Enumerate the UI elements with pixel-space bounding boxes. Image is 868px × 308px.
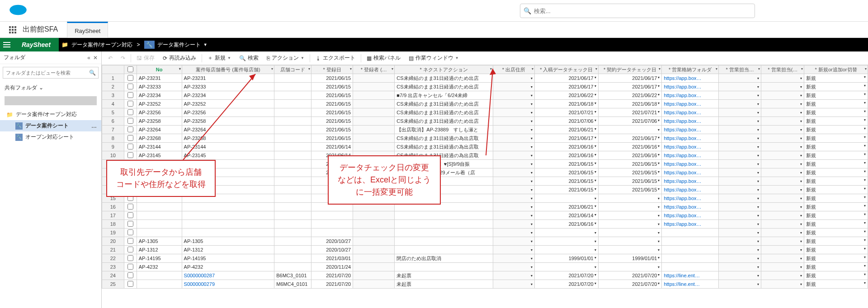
sidebar-item-open-sheet[interactable]: 🔧 オープン対応シート xyxy=(0,131,101,143)
cell-dropdown-icon[interactable]: ▾ xyxy=(800,274,802,278)
cell-folder[interactable]: https://app.box… xyxy=(662,194,718,203)
row-checkbox-cell[interactable] xyxy=(124,143,137,151)
cell-dropdown-icon[interactable]: ▾ xyxy=(757,111,759,115)
cell-folder[interactable]: https://app.box… xyxy=(662,168,718,177)
cell-dropdown-icon[interactable]: ▾ xyxy=(658,153,660,157)
cell-dropdown-icon[interactable]: ▾ xyxy=(800,171,802,175)
cell-no[interactable] xyxy=(137,211,182,220)
cell-dropdown-icon[interactable]: ▾ xyxy=(658,101,660,105)
cell-dropdown-icon[interactable]: ▾ xyxy=(864,84,866,88)
cell-dropdown-icon[interactable]: ▾ xyxy=(531,231,533,235)
cell-reg-by[interactable] xyxy=(353,117,395,126)
cell-dropdown-icon[interactable]: ▾ xyxy=(531,257,533,261)
cell-dropdown-icon[interactable]: ▾ xyxy=(757,265,759,269)
cell-dropdown-icon[interactable]: ▾ xyxy=(594,204,596,208)
cell-person2[interactable]: ▾ xyxy=(761,74,804,83)
cell-person2[interactable]: ▾ xyxy=(761,237,804,246)
cell-case-no[interactable] xyxy=(182,220,274,229)
cell-person2[interactable]: ▾ xyxy=(761,83,804,91)
cell-person[interactable]: ▾ xyxy=(718,246,761,254)
cell-reg-date[interactable]: 2021/06/15 xyxy=(311,74,353,83)
cell-check2[interactable]: ▾ xyxy=(598,211,662,220)
filter-icon[interactable]: ▾ xyxy=(801,67,803,71)
cell-person2[interactable]: ▾ xyxy=(761,100,804,108)
cell-folder[interactable]: https://app.box… xyxy=(662,160,718,168)
cell-shop-code[interactable] xyxy=(274,246,311,254)
cell-dropdown-icon[interactable]: ▾ xyxy=(658,222,660,226)
header-person[interactable]: * 営業担当…▾ xyxy=(718,65,761,74)
sidebar-item-data-case[interactable]: 📁 データ案件/オープン対応 xyxy=(0,109,101,120)
table-row[interactable]: 13▾2021/06/15▾2021/06/15▾https://app.box… xyxy=(102,177,868,186)
cell-person[interactable]: ▾ xyxy=(718,177,761,186)
row-number[interactable]: 5 xyxy=(102,108,124,117)
cell-dropdown-icon[interactable]: ▾ xyxy=(800,145,802,149)
cell-shop-code[interactable] xyxy=(274,91,311,100)
cell-check1[interactable]: 2021/06/21▾ xyxy=(534,126,598,134)
box-link[interactable]: https://app.box… xyxy=(664,135,701,141)
cell-dropdown-icon[interactable]: ▾ xyxy=(757,257,759,261)
cell-person2[interactable]: ▾ xyxy=(761,246,804,254)
more-icon[interactable]: … xyxy=(91,123,97,129)
cell-dropdown-icon[interactable]: ▾ xyxy=(594,273,596,277)
row-number[interactable]: 7 xyxy=(102,126,124,134)
row-checkbox-cell[interactable] xyxy=(124,211,137,220)
cell-check1[interactable]: 2021/06/21▾ xyxy=(534,203,598,211)
cell-new-add[interactable]: 新規▾ xyxy=(804,126,868,134)
cell-person[interactable]: ▾ xyxy=(718,229,761,237)
cell-addr[interactable]: ▾ xyxy=(493,246,534,254)
row-checkbox[interactable] xyxy=(127,118,133,124)
cell-folder[interactable]: https://app.box… xyxy=(662,143,718,151)
cell-check1[interactable]: ▾ xyxy=(534,229,598,237)
cell-folder[interactable]: https://app.box… xyxy=(662,83,718,91)
cell-check2[interactable]: 2021/06/15▾ xyxy=(598,177,662,186)
cell-person2[interactable]: ▾ xyxy=(761,168,804,177)
cell-no[interactable]: AP-4232 xyxy=(137,263,182,271)
cell-folder[interactable]: https://line.ent… xyxy=(662,271,718,280)
cell-dropdown-icon[interactable]: ▾ xyxy=(658,265,660,269)
cell-reg-date[interactable] xyxy=(311,229,353,237)
cell-reg-date[interactable]: 2021/07/20 xyxy=(311,280,353,289)
cell-addr[interactable]: ▾ xyxy=(493,263,534,271)
cell-check2[interactable]: 2021/06/16▾ xyxy=(598,143,662,151)
row-checkbox[interactable] xyxy=(127,126,133,132)
cell-no[interactable] xyxy=(137,280,182,289)
cell-shop-code[interactable] xyxy=(274,254,311,263)
box-link[interactable]: https://app.box… xyxy=(664,170,701,175)
cell-dropdown-icon[interactable]: ▾ xyxy=(800,257,802,261)
cell-dropdown-icon[interactable]: ▾ xyxy=(757,214,759,218)
cell-person[interactable]: ▾ xyxy=(718,194,761,203)
cell-check2[interactable]: 2021/06/16▾ xyxy=(598,151,662,160)
cell-dropdown-icon[interactable]: ▾ xyxy=(757,154,759,158)
cell-reg-by[interactable] xyxy=(353,134,395,143)
row-checkbox[interactable] xyxy=(127,272,133,278)
table-row[interactable]: 12AP-23151AP-231512021/06/14【出店取消】♥[S]9/… xyxy=(102,168,868,177)
box-link[interactable]: https://app.box… xyxy=(664,161,701,167)
cell-addr[interactable]: ▾ xyxy=(493,168,534,177)
cell-check1[interactable]: 2021/06/16▾ xyxy=(534,143,598,151)
cell-dropdown-icon[interactable]: ▾ xyxy=(864,144,866,148)
cell-folder[interactable] xyxy=(662,237,718,246)
cell-check2[interactable]: ▾ xyxy=(598,263,662,271)
cell-dropdown-icon[interactable]: ▾ xyxy=(658,256,660,260)
cell-case-no[interactable]: AP-1305 xyxy=(182,237,274,246)
cell-reg-date[interactable]: 2021/06/15 xyxy=(311,100,353,108)
cell-check1[interactable]: 2021/06/15▾ xyxy=(534,160,598,168)
cell-person[interactable]: ▾ xyxy=(718,100,761,108)
cell-person2[interactable]: ▾ xyxy=(761,254,804,263)
cell-reg-by[interactable] xyxy=(353,263,395,271)
cell-reg-date[interactable]: 2021/06/15 xyxy=(311,117,353,126)
cell-case-no[interactable] xyxy=(182,229,274,237)
cell-next-action[interactable] xyxy=(395,220,493,229)
cell-new-add[interactable]: 新規▾ xyxy=(804,271,868,280)
cell-addr[interactable]: ▾ xyxy=(493,229,534,237)
row-checkbox-cell[interactable] xyxy=(124,203,137,211)
cell-dropdown-icon[interactable]: ▾ xyxy=(800,119,802,123)
cell-dropdown-icon[interactable]: ▾ xyxy=(594,144,596,148)
row-checkbox-cell[interactable] xyxy=(124,91,137,100)
cell-dropdown-icon[interactable]: ▾ xyxy=(757,85,759,89)
breadcrumb-sheet[interactable]: データ案件シート xyxy=(157,41,201,49)
cell-folder[interactable]: https://app.box… xyxy=(662,211,718,220)
cell-new-add[interactable]: 新規▾ xyxy=(804,100,868,108)
cell-person2[interactable]: ▾ xyxy=(761,271,804,280)
cell-check2[interactable]: 2021/07/20▾ xyxy=(598,280,662,289)
